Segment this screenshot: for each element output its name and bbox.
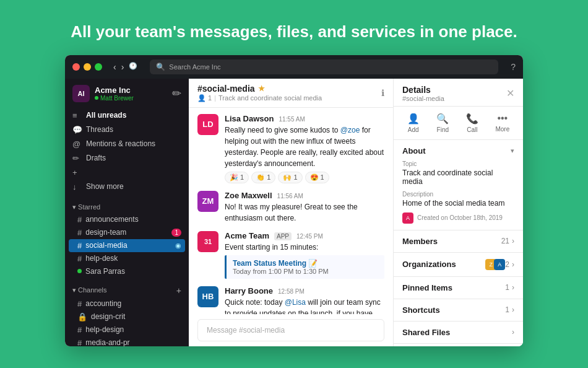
add-action[interactable]: 👤 Add xyxy=(407,113,420,133)
sidebar-channel-help-desk[interactable]: # help-desk xyxy=(65,252,189,265)
sidebar-channel-social-media[interactable]: # social-media ◉ xyxy=(69,239,185,252)
members-row[interactable]: Members 21 › xyxy=(394,230,523,253)
hash-icon: # xyxy=(77,215,82,224)
mentions-label: Mentions & reactions xyxy=(86,139,155,148)
starred-section-header[interactable]: ▾ Starred xyxy=(65,201,189,213)
sidebar-channel-media-and-pr[interactable]: # media-and-pr xyxy=(65,336,189,346)
shared-files-label: Shared Files xyxy=(402,328,450,337)
shared-files-row-right: › xyxy=(512,328,514,336)
forward-button[interactable]: › xyxy=(121,62,124,72)
msg-text-4: Quick note: today @Lisa will join our te… xyxy=(225,297,384,314)
org-avatar-2: A xyxy=(494,259,505,270)
pinned-items-row[interactable]: Pinned Items 1 › xyxy=(394,277,523,299)
msg-body-1: Lisa Dawson 11:55 AM Really need to give… xyxy=(225,114,384,183)
channel-info-button[interactable]: ℹ xyxy=(381,88,384,98)
reaction-raised[interactable]: 🙌 1 xyxy=(278,172,302,183)
call-action[interactable]: 📞 Call xyxy=(466,113,478,133)
message-4: HB Harry Boone 12:58 PM Quick note: toda… xyxy=(197,286,384,314)
add-channel-button[interactable]: + xyxy=(176,286,181,296)
unread-badge: 1 xyxy=(171,229,181,237)
msg-text-3: Event starting in 15 minutes: xyxy=(225,242,384,253)
created-text: Created on October 18th, 2019 xyxy=(417,214,503,221)
fullscreen-window-button[interactable] xyxy=(95,63,102,71)
members-chevron: › xyxy=(512,237,514,245)
details-actions: 👤 Add 🔍 Find 📞 Call ••• More xyxy=(394,107,523,140)
compose-button[interactable]: ✏ xyxy=(172,87,181,100)
sidebar-item-all-unreads[interactable]: ≡ All unreads xyxy=(65,108,189,123)
shortcuts-row-right: 1 › xyxy=(505,305,514,314)
reaction-clap[interactable]: 👏 1 xyxy=(251,172,275,183)
pinned-count: 1 xyxy=(505,283,509,292)
sidebar-channel-accounting[interactable]: # accounting xyxy=(65,297,189,310)
sidebar-nav: ≡ All unreads 💬 Threads @ Mentions & rea… xyxy=(65,106,189,196)
avatar-lisa: LD xyxy=(197,114,218,135)
sidebar-channel-design-team[interactable]: # design-team 1 xyxy=(65,226,189,239)
shared-files-row[interactable]: Shared Files › xyxy=(394,322,523,344)
sender-name: Zoe Maxwell xyxy=(225,191,272,200)
traffic-lights xyxy=(72,63,102,71)
message-input[interactable]: Message #social-media xyxy=(197,319,384,341)
sidebar-item-show-more[interactable]: ↓ Show more xyxy=(65,180,189,194)
add-member-icon: 👤 xyxy=(407,113,420,125)
members-row-right: 21 › xyxy=(501,237,514,245)
msg-time: 12:45 PM xyxy=(296,233,323,240)
history-button[interactable]: 🕐 xyxy=(129,62,137,72)
shortcuts-row[interactable]: Shortcuts 1 › xyxy=(394,299,523,322)
dm-name: Sara Parras xyxy=(85,267,125,276)
sidebar-item-mentions[interactable]: @ Mentions & reactions xyxy=(65,137,189,151)
close-details-button[interactable]: ✕ xyxy=(506,87,514,99)
org-chevron: › xyxy=(512,260,514,269)
channels-label: Channels xyxy=(78,286,106,294)
mention: @zoe xyxy=(340,126,360,134)
event-card: Team Status Meeting 📝 Today from 1:00 PM… xyxy=(225,255,384,279)
sidebar-channel-design-crit[interactable]: 🔒 design-crit xyxy=(65,310,189,323)
sidebar-dm-sara[interactable]: Sara Parras xyxy=(65,265,189,278)
message-1: LD Lisa Dawson 11:55 AM Really need to g… xyxy=(197,114,384,183)
about-section-header[interactable]: About ▾ xyxy=(394,140,523,160)
msg-header-3: Acme Team APP 12:45 PM xyxy=(225,231,384,240)
sidebar-item-drafts[interactable]: ✏ Drafts xyxy=(65,151,189,165)
drafts-icon: ✏ xyxy=(72,154,81,163)
channel-name: accounting xyxy=(85,299,121,308)
shortcuts-count: 1 xyxy=(505,305,509,314)
shortcuts-chevron: › xyxy=(512,305,514,314)
star-icon[interactable]: ★ xyxy=(258,84,265,93)
reaction-love[interactable]: 😍 1 xyxy=(305,172,329,183)
reaction-party[interactable]: 🎉 1 xyxy=(225,172,249,183)
members-label: Members xyxy=(402,237,438,246)
help-button[interactable]: ? xyxy=(511,62,516,72)
sidebar-channel-help-design[interactable]: # help-design xyxy=(65,323,189,336)
msg-body-2: Zoe Maxwell 11:56 AM No! It was my pleas… xyxy=(225,191,384,224)
workspace-name[interactable]: Acme Inc xyxy=(95,85,167,95)
organizations-row[interactable]: Organizations Z A 2 › xyxy=(394,253,523,277)
channel-area: #social-media ★ 👤 1 | Track and coordina… xyxy=(189,79,393,346)
more-action[interactable]: ••• More xyxy=(495,113,509,133)
topic-value: Track and coordinate social media xyxy=(402,169,514,186)
message-3: 31 Acme Team APP 12:45 PM Event starting… xyxy=(197,231,384,279)
find-action[interactable]: 🔍 Find xyxy=(436,113,449,133)
main-content: AI Acme Inc Matt Brewer ✏ ≡ All unreads … xyxy=(65,79,523,346)
details-panel: Details #social-media ✕ 👤 Add 🔍 Find 📞 C… xyxy=(393,79,523,346)
back-button[interactable]: ‹ xyxy=(113,62,116,72)
channel-header: #social-media ★ 👤 1 | Track and coordina… xyxy=(189,79,393,108)
close-window-button[interactable] xyxy=(72,63,80,71)
more-icon: ••• xyxy=(497,113,508,124)
msg-time: 11:56 AM xyxy=(277,193,303,199)
pinned-row-left: Pinned Items xyxy=(402,283,452,292)
hash-icon: # xyxy=(77,325,82,335)
msg-time: 11:55 AM xyxy=(279,116,305,123)
sidebar-channel-announcements[interactable]: # announcements xyxy=(65,213,189,226)
starred-section: ▾ Starred # announcements # design-team … xyxy=(65,196,189,279)
reactions-1: 🎉 1 👏 1 🙌 1 😍 1 xyxy=(225,172,384,183)
search-placeholder: Search Acme Inc xyxy=(169,63,220,71)
sidebar-item-threads[interactable]: 💬 Threads xyxy=(65,123,189,137)
find-label: Find xyxy=(437,126,449,133)
msg-text-2: No! It was my pleasure! Great to see the… xyxy=(225,201,384,224)
channels-section-header[interactable]: ▾ Channels + xyxy=(65,284,189,297)
search-bar[interactable]: 🔍 Search Acme Inc xyxy=(150,59,498,74)
sidebar-item-add[interactable]: + xyxy=(65,165,189,180)
minimize-window-button[interactable] xyxy=(84,63,91,71)
msg-time: 12:58 PM xyxy=(278,288,305,295)
about-title: About xyxy=(402,146,426,156)
org-count: 2 xyxy=(505,260,509,269)
